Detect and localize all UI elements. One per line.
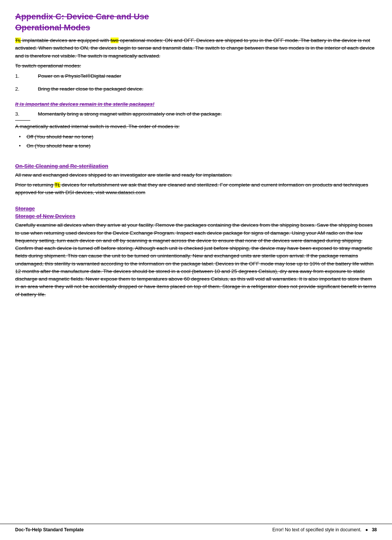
list-item: Off (You should hear no tone) [15, 133, 377, 141]
footer-left: Doc-To-Help Standard Template [15, 527, 84, 532]
storage-paragraph: Carefully examine all devices when they … [15, 221, 377, 298]
numbered-list-3: 3. Momentarily bring a strong magnet wit… [15, 110, 377, 118]
bullet-list: Off (You should hear no tone) On (You sh… [15, 133, 377, 150]
onsite-para1: All new and exchanged devices shipped to… [15, 171, 377, 179]
title-line2: Operational Modes [15, 23, 90, 32]
important-label: It is important the devices remain in th… [15, 100, 377, 108]
list-item-text: Power on a PhysioTel®Digital reader [23, 73, 121, 79]
onsite-heading: On-Site Cleaning and Re-sterilization [15, 163, 377, 169]
divider [15, 120, 30, 121]
intro-paragraph: TL implantable devices are equipped with… [15, 37, 377, 60]
list-item-text: Momentarily bring a strong magnet within… [23, 111, 222, 117]
title-line1: Appendix C: Device Care and Use [15, 12, 149, 21]
page-container: Appendix C: Device Care and Use Operatio… [0, 0, 392, 323]
onsite-para2: Prior to returning TL devices for refurb… [15, 181, 377, 197]
list-item: 1. Power on a PhysioTel®Digital reader [15, 72, 377, 80]
numbered-list-2: 2. Bring the reader close to the package… [15, 85, 377, 93]
footer-bullet: ● [365, 527, 368, 532]
storage-subheading: Storage of New Devices [15, 213, 377, 219]
numbered-list-1: 1. Power on a PhysioTel®Digital reader [15, 72, 377, 80]
list-item: On (You should hear a tone) [15, 142, 377, 150]
footer-error-text: Error! No text of specified style in doc… [272, 527, 361, 532]
tl-highlight-1: TL [15, 38, 21, 43]
storage-heading: Storage [15, 206, 377, 212]
magnet-paragraph: A magnetically activated internal switch… [15, 123, 377, 130]
switch-modes-label: To switch operational modes: [15, 62, 377, 70]
list-item: 3. Momentarily bring a strong magnet wit… [15, 110, 377, 118]
page-footer: Doc-To-Help Standard Template Error! No … [0, 524, 392, 532]
footer-page-number: 38 [372, 527, 377, 532]
list-item: 2. Bring the reader close to the package… [15, 85, 377, 93]
footer-right: Error! No text of specified style in doc… [272, 527, 377, 532]
two-highlight: two [111, 38, 119, 43]
page-title: Appendix C: Device Care and Use Operatio… [15, 11, 377, 33]
tl-highlight-2: TL [55, 182, 60, 188]
list-item-text: Bring the reader close to the packaged d… [23, 86, 143, 92]
